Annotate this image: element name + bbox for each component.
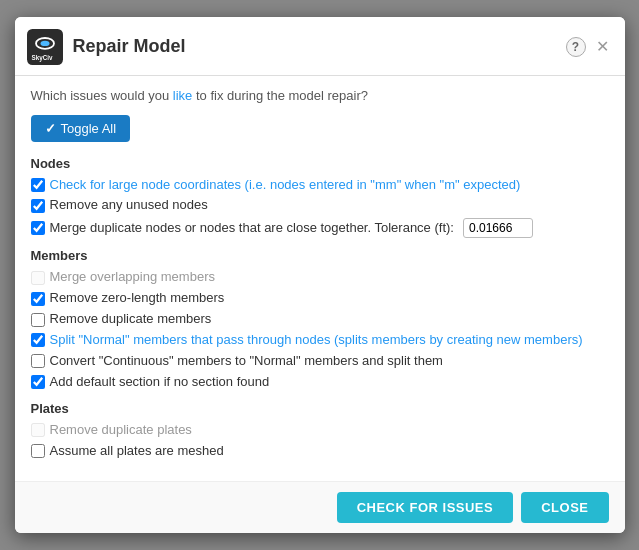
mem2-label[interactable]: Remove zero-length members [50, 290, 225, 307]
plates-section: Plates Remove duplicate plates Assume al… [31, 401, 609, 460]
mem4-checkbox[interactable] [31, 333, 45, 347]
logo: SkyCiv [27, 29, 63, 65]
plate-item-2: Assume all plates are meshed [31, 443, 609, 460]
tolerance-input[interactable] [463, 218, 533, 238]
node-item-3: Merge duplicate nodes or nodes that are … [31, 218, 609, 238]
plate1-label[interactable]: Remove duplicate plates [50, 422, 192, 439]
nodes-section-title: Nodes [31, 156, 609, 171]
mem5-checkbox[interactable] [31, 354, 45, 368]
node-item-1: Check for large node coordinates (i.e. n… [31, 177, 609, 194]
mem6-label[interactable]: Add default section if no section found [50, 374, 270, 391]
close-button[interactable]: CLOSE [521, 492, 608, 523]
member-item-5: Convert "Continuous" members to "Normal"… [31, 353, 609, 370]
mem2-checkbox[interactable] [31, 292, 45, 306]
member-item-2: Remove zero-length members [31, 290, 609, 307]
svg-text:SkyCiv: SkyCiv [31, 53, 53, 61]
node-item-2: Remove any unused nodes [31, 197, 609, 214]
plate-item-1: Remove duplicate plates [31, 422, 609, 439]
plate2-checkbox[interactable] [31, 444, 45, 458]
mem4-label[interactable]: Split "Normal" members that pass through… [50, 332, 583, 349]
mem3-label[interactable]: Remove duplicate members [50, 311, 212, 328]
member-item-6: Add default section if no section found [31, 374, 609, 391]
mem6-checkbox[interactable] [31, 375, 45, 389]
check-issues-button[interactable]: CHECK FOR ISSUES [337, 492, 514, 523]
plates-section-title: Plates [31, 401, 609, 416]
subtitle-link[interactable]: like [173, 88, 193, 103]
node2-label[interactable]: Remove any unused nodes [50, 197, 208, 214]
mem1-checkbox[interactable] [31, 271, 45, 285]
repair-model-dialog: SkyCiv Repair Model ? ✕ Which issues wou… [15, 17, 625, 534]
help-button[interactable]: ? [566, 37, 586, 57]
node1-checkbox[interactable] [31, 178, 45, 192]
node3-checkbox[interactable] [31, 221, 45, 235]
subtitle: Which issues would you like to fix durin… [31, 88, 609, 103]
header-actions: ? ✕ [566, 37, 609, 57]
member-item-3: Remove duplicate members [31, 311, 609, 328]
mem1-label[interactable]: Merge overlapping members [50, 269, 215, 286]
dialog-title: Repair Model [73, 36, 566, 57]
members-section: Members Merge overlapping members Remove… [31, 248, 609, 390]
members-section-title: Members [31, 248, 609, 263]
mem5-label[interactable]: Convert "Continuous" members to "Normal"… [50, 353, 443, 370]
node2-checkbox[interactable] [31, 199, 45, 213]
nodes-section: Nodes Check for large node coordinates (… [31, 156, 609, 239]
node1-label[interactable]: Check for large node coordinates (i.e. n… [50, 177, 521, 194]
plate1-checkbox[interactable] [31, 423, 45, 437]
toggle-all-button[interactable]: Toggle All [31, 115, 131, 142]
svg-point-2 [40, 40, 49, 45]
dialog-footer: CHECK FOR ISSUES CLOSE [15, 481, 625, 533]
member-item-4: Split "Normal" members that pass through… [31, 332, 609, 349]
mem3-checkbox[interactable] [31, 313, 45, 327]
plate2-label[interactable]: Assume all plates are meshed [50, 443, 224, 460]
dialog-header: SkyCiv Repair Model ? ✕ [15, 17, 625, 76]
node3-label[interactable]: Merge duplicate nodes or nodes that are … [50, 220, 454, 237]
member-item-1: Merge overlapping members [31, 269, 609, 286]
dialog-body: Which issues would you like to fix durin… [15, 76, 625, 482]
close-x-button[interactable]: ✕ [596, 39, 609, 55]
